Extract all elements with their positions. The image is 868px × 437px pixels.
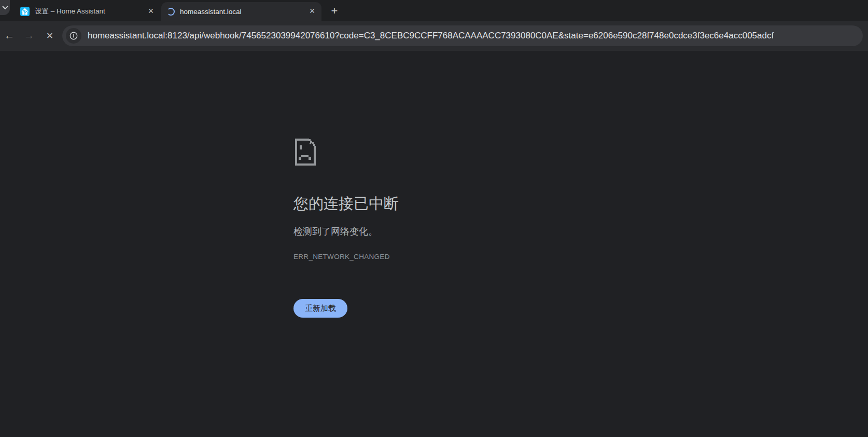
chevron-down-icon (2, 6, 8, 10)
home-assistant-icon (20, 7, 30, 16)
tab-search-button[interactable] (0, 0, 10, 15)
stop-loading-button[interactable]: × (43, 29, 57, 43)
forward-button[interactable]: → (22, 29, 36, 43)
back-button[interactable]: ← (2, 29, 17, 43)
error-code: ERR_NETWORK_CHANGED (293, 253, 390, 261)
sad-file-icon (293, 138, 317, 166)
error-page: 您的连接已中断 检测到了网络变化。 ERR_NETWORK_CHANGED 重新… (0, 51, 868, 437)
site-info-button[interactable] (66, 28, 81, 44)
info-icon (69, 31, 78, 40)
address-bar[interactable]: homeassistant.local:8123/api/webhook/745… (62, 25, 863, 46)
tab-home-assistant-settings[interactable]: 设置 – Home Assistant × (15, 2, 160, 21)
error-title: 您的连接已中断 (293, 194, 399, 214)
error-message: 检测到了网络变化。 (293, 225, 377, 238)
close-tab-icon[interactable]: × (146, 6, 156, 17)
browser-window: 设置 – Home Assistant × homeassistant.loca… (0, 0, 868, 437)
tab-homeassistant-local[interactable]: homeassistant.local × (161, 2, 321, 21)
loading-spinner-icon (167, 8, 175, 16)
tab-strip: 设置 – Home Assistant × homeassistant.loca… (0, 0, 868, 21)
tab-title: 设置 – Home Assistant (35, 7, 142, 16)
navigation-toolbar: ← → × homeassistant.local:8123/api/webho… (0, 21, 868, 51)
close-tab-icon[interactable]: × (307, 6, 317, 17)
url-text[interactable]: homeassistant.local:8123/api/webhook/745… (88, 31, 774, 41)
reload-button[interactable]: 重新加载 (293, 299, 347, 318)
new-tab-button[interactable]: + (327, 4, 342, 19)
tab-title: homeassistant.local (180, 8, 303, 16)
